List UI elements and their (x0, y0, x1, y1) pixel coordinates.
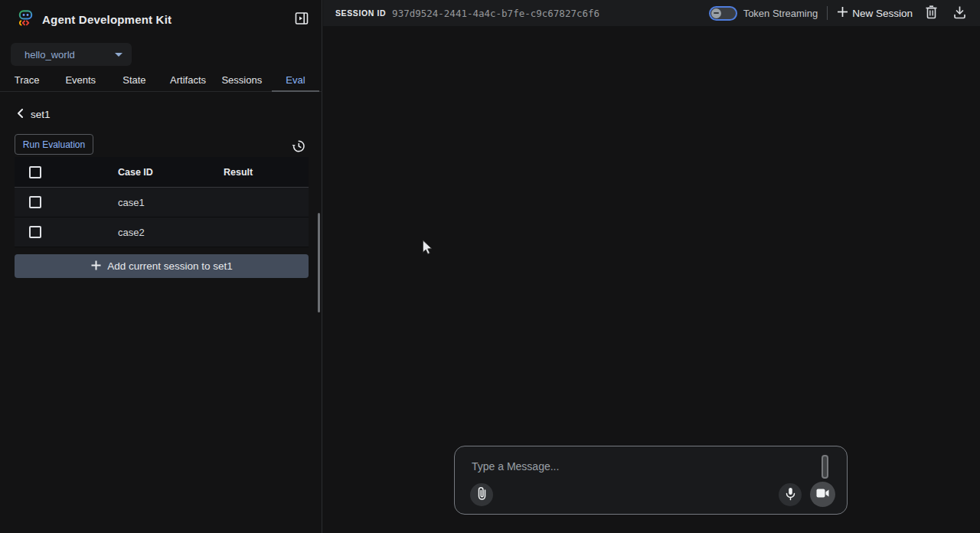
sidebar-header: Agent Development Kit (0, 0, 322, 38)
agent-select-value: hello_world (24, 49, 115, 60)
download-session-button[interactable] (950, 2, 969, 25)
eval-case-table: Case ID Result case1 case2 (15, 157, 309, 247)
sidebar-scrollbar-thumb[interactable] (318, 213, 320, 312)
download-icon (953, 5, 966, 21)
collapse-panel-button[interactable] (291, 8, 312, 31)
eval-actions-row: Run Evaluation (0, 134, 322, 155)
video-call-button[interactable] (810, 482, 835, 507)
run-evaluation-button[interactable]: Run Evaluation (15, 134, 93, 155)
chevron-left-icon (16, 107, 24, 121)
column-header-result: Result (224, 167, 309, 178)
topbar-divider (827, 6, 828, 20)
agent-select[interactable]: hello_world (11, 43, 132, 66)
microphone-icon (785, 487, 796, 503)
delete-session-button[interactable] (922, 2, 941, 25)
token-streaming-toggle[interactable] (709, 6, 737, 21)
history-icon (291, 139, 305, 155)
adk-logo-icon (17, 9, 34, 30)
add-current-session-button[interactable]: Add current session to set1 (15, 254, 309, 278)
toggle-thumb (711, 8, 721, 18)
select-all-checkbox[interactable] (29, 166, 41, 178)
eval-history-button[interactable] (288, 136, 309, 159)
message-input[interactable]: Type a Message... (472, 460, 559, 473)
table-row[interactable]: case2 (15, 217, 309, 247)
eval-set-name: set1 (31, 109, 51, 120)
paperclip-icon (476, 486, 488, 503)
eval-panel: set1 Run Evaluation (0, 93, 322, 155)
app-title: Agent Development Kit (42, 13, 172, 26)
session-id-value: 937d9524-2441-4a4c-b7fe-c9c67827c6f6 (392, 8, 599, 19)
new-session-label: New Session (852, 8, 913, 19)
column-header-case-id: Case ID (118, 167, 224, 178)
trash-icon (925, 5, 938, 21)
attach-file-button[interactable] (470, 483, 493, 506)
eval-set-back[interactable]: set1 (16, 107, 322, 121)
tab-state[interactable]: State (107, 68, 161, 91)
case-id-cell: case1 (118, 197, 224, 208)
tab-sessions[interactable]: Sessions (215, 68, 269, 91)
tab-events[interactable]: Events (54, 68, 107, 91)
panel-toggle-icon (294, 11, 309, 28)
table-row[interactable]: case1 (15, 188, 309, 217)
tab-bar: Trace Events State Artifacts Sessions Ev… (0, 68, 322, 92)
row-checkbox[interactable] (29, 226, 41, 238)
chat-input-container[interactable]: Type a Message... (454, 446, 848, 515)
active-tab-indicator (272, 90, 319, 92)
case-id-cell: case2 (118, 227, 224, 238)
add-current-session-label: Add current session to set1 (107, 260, 233, 272)
tab-eval[interactable]: Eval (269, 68, 322, 91)
caret-down-icon (115, 53, 122, 57)
token-streaming-label: Token Streaming (743, 8, 818, 19)
session-topbar: SESSION ID 937d9524-2441-4a4c-b7fe-c9c67… (323, 0, 980, 26)
session-id-label: SESSION ID (335, 8, 386, 18)
sidebar: Agent Development Kit hello_world Trace … (0, 0, 322, 533)
tab-trace[interactable]: Trace (0, 68, 54, 91)
microphone-button[interactable] (779, 483, 802, 506)
tab-artifacts[interactable]: Artifacts (162, 68, 215, 91)
plus-icon (90, 260, 102, 273)
topbar-actions: Token Streaming New Session (709, 2, 969, 25)
videocam-icon (816, 489, 829, 500)
adk-web-ui: Agent Development Kit hello_world Trace … (0, 0, 980, 533)
table-header-row: Case ID Result (15, 157, 309, 188)
row-checkbox[interactable] (29, 196, 41, 208)
plus-icon (837, 6, 848, 20)
chat-scrollbar-thumb[interactable] (822, 455, 828, 479)
new-session-button[interactable]: New Session (837, 6, 913, 20)
